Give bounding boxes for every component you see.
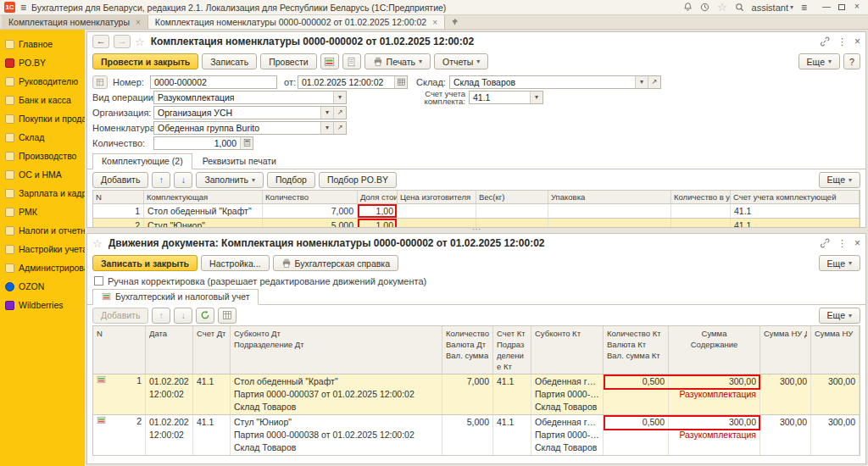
help-button[interactable]: ? [843, 53, 860, 69]
cell-account-kt[interactable]: 41.1 [493, 374, 531, 414]
sidebar-item-administrirovanie[interactable]: Администрирование [0, 258, 85, 277]
show-postings-button[interactable] [320, 53, 339, 69]
add-row-button[interactable]: Добавить [92, 308, 148, 324]
panel-close-icon[interactable]: × [854, 36, 860, 47]
cell-quantity[interactable]: 5,000 [263, 219, 358, 228]
move-up-button[interactable]: ↑ [152, 308, 170, 324]
sidebar-item-nastroyki-ucheta[interactable]: Настройки учета [0, 240, 85, 258]
cell-sum-nu-dt[interactable]: 300,00 [760, 374, 811, 414]
cell-sum-nu-kt[interactable]: 300,00 [811, 415, 860, 455]
nomenclature-field[interactable]: Обеденная группа Burito▾↗ [153, 121, 347, 135]
move-up-button[interactable]: ↑ [152, 172, 170, 188]
print-button[interactable]: Печать▾ [364, 53, 431, 69]
table-row[interactable]: 1 Стол обеденный "Крафт" 7,000 1,00 41.1 [92, 204, 860, 219]
sidebar-item-bank-kassa[interactable]: Банк и касса [0, 91, 85, 109]
cell-account-dt[interactable]: 41.1 [193, 415, 231, 455]
dropdown-icon[interactable]: ▾ [320, 122, 333, 134]
window-close-button[interactable]: × [850, 1, 864, 14]
open-item-icon[interactable]: ↗ [333, 107, 346, 119]
cell-subconto-dt[interactable]: Стол обеденный "Крафт"Партия 0000-000037… [231, 374, 442, 414]
more-button[interactable]: Еще▾ [819, 255, 860, 271]
more-button[interactable]: Еще▾ [819, 172, 860, 188]
cell-manufacturer-price[interactable] [398, 219, 476, 228]
post-and-close-button[interactable]: Провести и закрыть [92, 53, 198, 69]
assistant-button[interactable]: assistant▾ [752, 3, 793, 13]
cell-package-qty[interactable] [671, 219, 731, 228]
cell-cost-share[interactable]: 1,00 [358, 204, 398, 218]
dropdown-icon[interactable]: ▾ [530, 92, 542, 103]
cell-account[interactable]: 41.1 [731, 204, 860, 218]
maximize-button[interactable] [835, 1, 849, 14]
sidebar-item-zarplata-kadry[interactable]: Зарплата и кадры [0, 184, 85, 202]
cell-cost-share[interactable]: 1,00 [358, 219, 398, 228]
cell-quantity[interactable]: 7,000 [263, 204, 358, 218]
cell-n[interactable]: 1 [93, 374, 146, 414]
calendar-icon[interactable] [394, 76, 407, 88]
cell-sum-nu-kt[interactable]: 300,00 [811, 374, 860, 414]
tab-accounting-tax[interactable]: Бухгалтерский и налоговый учет [92, 289, 259, 305]
cell-component[interactable]: Стол обеденный "Крафт" [144, 204, 263, 218]
settings-button[interactable]: Настройка... [201, 255, 269, 271]
cell-manufacturer-price[interactable] [398, 204, 476, 218]
open-item-icon[interactable]: ↗ [333, 122, 346, 134]
cell-n[interactable]: 2 [93, 219, 144, 228]
sidebar-item-rukovoditelyu[interactable]: Руководителю [0, 72, 85, 91]
sidebar-item-proizvodstvo[interactable]: Производство [0, 147, 85, 165]
cell-quantity-kt[interactable]: 0,500 [604, 415, 669, 455]
post-button[interactable]: Провести [260, 53, 316, 69]
cell-n[interactable]: 2 [93, 415, 146, 455]
cell-package[interactable] [548, 219, 671, 228]
create-based-on-button[interactable] [342, 53, 361, 69]
dropdown-icon[interactable]: ▾ [320, 107, 333, 119]
account-field[interactable]: 41.1▾ [469, 91, 543, 104]
main-menu-icon[interactable]: ≡ [20, 2, 26, 14]
reports-button[interactable]: Отчеты▾ [434, 53, 488, 69]
more-menu-icon[interactable]: ⋮ [837, 36, 847, 47]
sidebar-item-glavnoe[interactable]: Главное [0, 35, 85, 53]
cell-account[interactable]: 41.1 [731, 219, 860, 228]
move-down-button[interactable]: ↓ [174, 308, 192, 324]
pin-icon[interactable] [445, 15, 464, 29]
manual-adjustment-checkbox[interactable] [94, 276, 103, 286]
cell-subconto-dt[interactable]: Стул "Юниор"Партия 0000-000038 от 01.02.… [231, 415, 442, 455]
dropdown-icon[interactable]: ▾ [333, 92, 346, 103]
service-menu-icon[interactable]: ≡ [801, 2, 807, 14]
cell-component[interactable]: Стул "Юниор" [144, 219, 263, 228]
notifications-bell-icon[interactable] [683, 3, 693, 12]
quantity-field[interactable]: 1,000 [153, 136, 253, 150]
history-icon[interactable] [700, 3, 709, 12]
pick-button[interactable]: Подбор [267, 172, 315, 188]
cell-account-kt[interactable]: 41.1 [493, 415, 531, 455]
more-button[interactable]: Еще▾ [798, 53, 840, 69]
cell-sum[interactable]: 300,00Разукомплектация [669, 374, 760, 414]
tab-close-icon[interactable]: × [432, 18, 437, 27]
move-down-button[interactable]: ↓ [174, 172, 192, 188]
search-icon[interactable] [735, 3, 744, 12]
cell-sum-nu-dt[interactable]: 300,00 [760, 415, 811, 455]
forward-button[interactable]: → [114, 35, 131, 48]
cell-weight[interactable] [476, 219, 548, 228]
sidebar-item-sklad[interactable]: Склад [0, 128, 85, 147]
tab-close-icon[interactable]: × [136, 18, 141, 27]
minimize-button[interactable]: — [820, 1, 833, 14]
favorites-star-icon[interactable]: ☆ [717, 2, 727, 13]
configure-list-button[interactable] [218, 308, 236, 324]
date-field[interactable]: 01.02.2025 12:00:02 [298, 75, 408, 89]
pick-po-by-button[interactable]: Подбор PO.BY [319, 172, 397, 188]
get-link-icon[interactable] [820, 36, 830, 47]
calculator-icon[interactable] [240, 137, 253, 149]
accounting-reference-button[interactable]: Бухгалтерская справка [273, 255, 398, 271]
cell-subconto-kt[interactable]: Обеденная группа BuritoПартия 0000-00...… [531, 415, 604, 455]
movement-row[interactable]: 1 01.02.202512:00:02 41.1 Стол обеденный… [92, 374, 860, 415]
warehouse-field[interactable]: Склад Товаров▾↗ [449, 75, 661, 89]
cell-quantity-kt[interactable]: 0,500 [604, 374, 669, 414]
panel-close-icon[interactable]: × [854, 237, 860, 249]
sidebar-item-nalogi[interactable]: Налоги и отчетность [0, 221, 85, 240]
cell-sum[interactable]: 300,00Разукомплектация [669, 415, 760, 455]
cell-subconto-kt[interactable]: Обеденная группа BuritoПартия 0000-00...… [531, 374, 604, 414]
cell-n[interactable]: 1 [93, 204, 144, 218]
back-button[interactable]: ← [92, 35, 109, 48]
refresh-button[interactable] [196, 308, 214, 324]
cell-weight[interactable] [476, 204, 548, 218]
favorite-star-icon[interactable]: ☆ [135, 36, 145, 47]
